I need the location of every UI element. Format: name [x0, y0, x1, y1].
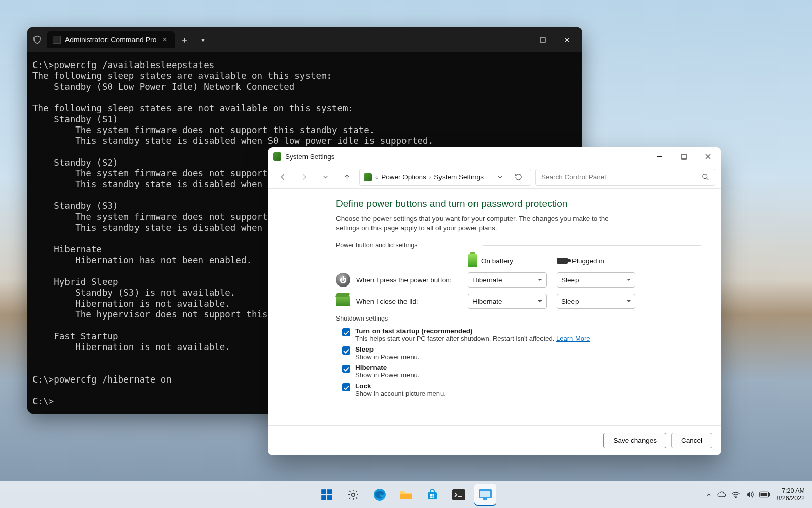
taskbar[interactable]: 7:20 AM 8/26/2022	[0, 481, 812, 508]
lid-icon	[336, 296, 350, 306]
start-button[interactable]	[316, 484, 338, 506]
power-options-icon	[273, 152, 281, 161]
label-lock: Lock	[355, 382, 446, 390]
svg-point-2	[703, 174, 707, 179]
checkbox-fast-startup[interactable]	[342, 328, 350, 336]
svg-rect-22	[761, 493, 768, 496]
clock-time: 7:20 AM	[776, 487, 805, 495]
column-on-battery: On battery	[468, 254, 557, 267]
search-box[interactable]	[535, 169, 715, 186]
new-tab-button[interactable]: ＋	[177, 31, 193, 48]
checkbox-lock[interactable]	[342, 383, 350, 391]
tab-close-button[interactable]: ×	[161, 35, 170, 44]
uac-shield-icon	[32, 35, 42, 44]
svg-rect-12	[433, 494, 435, 496]
label-close-lid: When I close the lid:	[356, 298, 418, 305]
breadcrumb-dropdown-button[interactable]	[491, 169, 509, 186]
desc-lock: Show in account picture menu.	[355, 390, 446, 397]
chevron-right-icon: ›	[429, 174, 431, 180]
taskbar-terminal-icon[interactable]	[448, 484, 470, 506]
checkbox-sleep[interactable]	[342, 346, 350, 355]
breadcrumb[interactable]: « Power Options › System Settings	[359, 169, 531, 186]
svg-rect-13	[430, 496, 432, 498]
svg-point-19	[735, 497, 736, 498]
svg-point-7	[352, 493, 355, 496]
maximize-button[interactable]	[671, 148, 696, 165]
desc-fast-startup: This helps start your PC faster after sh…	[355, 335, 556, 342]
settings-window: System Settings « Power Options › System…	[268, 147, 721, 455]
settings-content: Define power buttons and turn on passwor…	[268, 189, 721, 425]
search-input[interactable]	[541, 173, 698, 181]
label-hibernate: Hibernate	[355, 364, 419, 371]
nav-forward-button[interactable]	[295, 169, 313, 186]
plug-icon	[557, 258, 568, 264]
taskbar-clock[interactable]: 7:20 AM 8/26/2022	[776, 487, 805, 502]
page-heading: Define power buttons and turn on passwor…	[336, 198, 701, 209]
tray-wifi-icon[interactable]	[731, 491, 740, 498]
select-lid-battery[interactable]: Hibernate	[468, 294, 547, 309]
taskbar-explorer-icon[interactable]	[395, 484, 417, 506]
window-title: System Settings	[285, 153, 335, 161]
save-changes-button[interactable]: Save changes	[603, 433, 666, 448]
desc-hibernate: Show in Power menu.	[355, 371, 419, 379]
taskbar-settings-icon[interactable]	[342, 484, 364, 506]
label-power-button: When I press the power button:	[356, 276, 452, 284]
svg-rect-10	[428, 492, 437, 499]
system-tray[interactable]	[706, 491, 770, 498]
checkbox-hibernate[interactable]	[342, 365, 350, 373]
svg-rect-17	[480, 491, 490, 497]
svg-rect-21	[769, 493, 770, 496]
svg-rect-5	[321, 495, 326, 500]
tray-onedrive-icon[interactable]	[717, 491, 726, 498]
tray-volume-icon[interactable]	[746, 491, 754, 498]
taskbar-edge-icon[interactable]	[368, 484, 391, 506]
maximize-button[interactable]	[530, 30, 555, 49]
taskbar-store-icon[interactable]	[421, 484, 444, 506]
terminal-tab[interactable]: Administrator: Command Pro ×	[47, 31, 175, 48]
tray-chevron-icon[interactable]	[706, 492, 712, 498]
section-power-button: Power button and lid settings	[336, 242, 701, 249]
clock-date: 8/26/2022	[776, 495, 805, 502]
tray-battery-icon[interactable]	[759, 491, 770, 498]
select-power-button-battery[interactable]: Hibernate	[468, 272, 547, 288]
refresh-button[interactable]	[510, 169, 527, 186]
settings-titlebar[interactable]: System Settings	[268, 147, 721, 166]
column-plugged-in: Plugged in	[557, 257, 646, 265]
svg-rect-15	[452, 489, 465, 500]
breadcrumb-item[interactable]: System Settings	[434, 173, 484, 181]
svg-rect-1	[682, 154, 686, 159]
minimize-button[interactable]	[647, 148, 671, 165]
tab-dropdown-button[interactable]: ▾	[195, 31, 211, 48]
svg-rect-9	[400, 494, 412, 499]
minimize-button[interactable]	[506, 30, 530, 49]
cancel-button[interactable]: Cancel	[671, 433, 712, 448]
select-lid-plugged[interactable]: Sleep	[557, 294, 635, 309]
desc-sleep: Show in Power menu.	[355, 353, 419, 361]
link-learn-more[interactable]: Learn More	[556, 335, 590, 342]
label-fast-startup: Turn on fast startup (recommended)	[355, 327, 590, 335]
svg-rect-14	[433, 496, 435, 498]
cmd-icon	[53, 36, 61, 44]
terminal-titlebar[interactable]: Administrator: Command Pro × ＋ ▾	[27, 27, 582, 52]
svg-rect-11	[430, 494, 432, 496]
close-button[interactable]	[696, 148, 720, 165]
page-subtext: Choose the power settings that you want …	[336, 214, 630, 233]
svg-rect-18	[483, 498, 487, 500]
nav-up-button[interactable]	[338, 169, 355, 186]
svg-rect-3	[321, 489, 326, 494]
close-button[interactable]	[555, 30, 579, 49]
nav-back-button[interactable]	[274, 169, 291, 186]
breadcrumb-item[interactable]: Power Options	[381, 173, 426, 181]
power-button-icon: ⏻	[336, 273, 350, 287]
svg-rect-6	[327, 495, 332, 500]
navigation-bar: « Power Options › System Settings	[268, 166, 721, 189]
search-icon	[702, 173, 709, 181]
battery-icon	[468, 254, 477, 267]
label-sleep: Sleep	[355, 345, 419, 353]
taskbar-control-panel-icon[interactable]	[474, 484, 496, 506]
nav-recent-button[interactable]	[317, 169, 334, 186]
svg-rect-0	[540, 38, 545, 42]
settings-footer: Save changes Cancel	[268, 425, 721, 455]
select-power-button-plugged[interactable]: Sleep	[557, 272, 635, 288]
section-shutdown: Shutdown settings	[336, 315, 701, 322]
